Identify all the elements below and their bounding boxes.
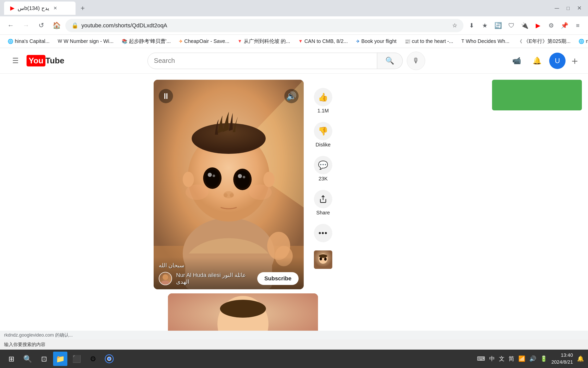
tray-volume-icon[interactable]: 🔊 xyxy=(529,355,536,362)
volume-btn[interactable]: 🔊 xyxy=(284,89,299,103)
extension-btn-6[interactable]: ⚙ xyxy=(545,19,557,32)
comments-icon: 💬 xyxy=(314,156,332,174)
extension-btn-5[interactable]: 🔌 xyxy=(519,19,531,32)
new-tab-btn[interactable]: + xyxy=(77,2,89,14)
create-video-btn[interactable]: 📹 xyxy=(508,53,525,69)
promo-banner[interactable] xyxy=(492,80,582,110)
back-btn[interactable]: ← xyxy=(4,19,17,32)
taskbar-clock[interactable]: 13:40 2024/8/21 xyxy=(551,352,573,365)
bookmark-1[interactable]: W W Number sign - Wi... xyxy=(54,37,117,45)
close-window-btn[interactable]: ✕ xyxy=(575,4,584,13)
subscribe-btn[interactable]: Subscribe xyxy=(257,272,299,285)
address-text: youtube.com/shorts/QdDLxdt2oqA xyxy=(81,22,449,29)
tray-chinese-ime[interactable]: 中 xyxy=(489,355,495,363)
search-input[interactable] xyxy=(154,57,371,65)
share-btn[interactable]: Share xyxy=(314,190,332,216)
bookmark-label-6: Book your flight xyxy=(361,38,397,44)
browser-status-bar: rkdndz.googlevideo.com 的确认... xyxy=(0,331,588,339)
reload-btn[interactable]: ↺ xyxy=(35,19,48,32)
voice-search-btn[interactable]: 🎙 xyxy=(407,52,425,70)
extension-btn-7[interactable]: 📌 xyxy=(558,19,571,32)
bookmark-10[interactable]: 🌐 nos.在你然英语词... xyxy=(575,37,588,46)
chrome-taskbar-btn[interactable] xyxy=(102,352,116,366)
file-explorer-btn[interactable]: 📁 xyxy=(53,352,67,366)
search-input-wrapper[interactable] xyxy=(148,53,377,69)
pause-btn[interactable]: ⏸ xyxy=(159,89,173,103)
address-bar[interactable]: 🔒 youtube.com/shorts/QdDLxdt2oqA ☆ xyxy=(65,19,463,32)
tray-language-icon[interactable]: 文 xyxy=(499,355,505,363)
user-avatar-btn[interactable]: U xyxy=(549,53,566,69)
bookmark-label-7: cut to the heart -... xyxy=(412,38,453,44)
next-video-thumb[interactable] xyxy=(314,250,332,269)
maximize-btn[interactable]: □ xyxy=(564,4,573,13)
video-controls-overlay: ⏸ 🔊 xyxy=(154,85,304,107)
extension-btn-4[interactable]: 🛡 xyxy=(505,19,518,32)
svg-point-30 xyxy=(319,254,327,258)
bookmark-favicon-0: 🌐 xyxy=(8,39,13,44)
hamburger-menu-btn[interactable]: ☰ xyxy=(8,54,22,68)
extension-btn-3[interactable]: 🔄 xyxy=(492,19,504,32)
extension-btn-1[interactable]: ⬇ xyxy=(465,19,478,32)
extension-btn-youtube[interactable]: ▶ xyxy=(532,19,544,32)
bookmark-favicon-5: ▼ xyxy=(298,39,303,44)
bookmark-5[interactable]: ▼ CAN to CMB, 8/2... xyxy=(295,37,351,45)
like-btn[interactable]: 👍 1.1M xyxy=(314,88,332,114)
terminal-btn[interactable]: ⬛ xyxy=(69,352,84,366)
comments-btn[interactable]: 💬 23K xyxy=(314,156,332,182)
more-btn[interactable]: ••• xyxy=(314,224,332,242)
tray-keyboard-icon[interactable]: ⌨ xyxy=(477,355,485,362)
shorts-feed: ⏸ 🔊 سبحان الله xyxy=(154,80,332,344)
bookmark-8[interactable]: T Who Decides Wh... xyxy=(458,37,513,45)
extension-btn-8[interactable]: ≡ xyxy=(572,19,584,32)
tray-notification-btn[interactable]: 🔔 xyxy=(577,355,584,362)
home-btn[interactable]: 🏠 xyxy=(50,19,63,32)
bookmark-4[interactable]: ▼ 从广州到科伦坡 的... xyxy=(234,37,294,46)
svg-point-15 xyxy=(243,176,245,178)
search-submit-btn[interactable]: 🔍 xyxy=(377,53,403,69)
tray-simplified-icon[interactable]: 简 xyxy=(509,355,514,363)
settings-btn[interactable]: ⚙ xyxy=(86,352,100,366)
svg-point-6 xyxy=(183,172,194,187)
svg-point-17 xyxy=(224,193,228,197)
svg-point-19 xyxy=(186,185,209,200)
start-btn[interactable]: ⊞ xyxy=(4,352,18,366)
bookmark-favicon-8: T xyxy=(461,39,464,44)
bookmark-9[interactable]: 《 《E年行》第025期... xyxy=(514,37,574,46)
bookmark-7[interactable]: 📰 cut to the heart -... xyxy=(401,37,457,45)
svg-point-38 xyxy=(108,357,111,360)
video-caption: سبحان الله xyxy=(159,262,299,269)
tab-bar: ▶ سbيدح (134) ✕ + ─ □ ✕ xyxy=(0,0,588,16)
lock-icon: 🔒 xyxy=(71,22,78,29)
dislike-btn[interactable]: 👎 Dislike xyxy=(314,122,332,148)
bookmark-2[interactable]: 📚 起步静考'蜂贝曹'... xyxy=(118,37,174,46)
bookmark-label-10: nos.在你然英语词... xyxy=(586,38,588,45)
search-taskbar-btn[interactable]: 🔍 xyxy=(20,352,35,366)
svg-point-35 xyxy=(220,300,266,318)
extension-btn-2[interactable]: ★ xyxy=(479,19,491,32)
clock-time: 13:40 xyxy=(561,352,573,359)
bookmark-6[interactable]: ✈ Book your flight xyxy=(352,37,400,45)
create-plus-btn[interactable]: ＋ xyxy=(570,54,580,68)
active-tab[interactable]: ▶ سbيدح (134) ✕ xyxy=(4,2,76,15)
bookmark-0[interactable]: 🌐 hina's Capital... xyxy=(4,37,53,45)
bookmark-favicon-9: 《 xyxy=(518,38,522,44)
bookmark-favicon-4: ▼ xyxy=(238,39,242,44)
tray-battery-icon[interactable]: 🔋 xyxy=(540,355,547,362)
tab-close-btn[interactable]: ✕ xyxy=(52,5,58,11)
minimize-btn[interactable]: ─ xyxy=(552,4,561,13)
task-view-btn[interactable]: ⊡ xyxy=(37,352,51,366)
svg-point-25 xyxy=(163,274,168,280)
yt-logo[interactable]: YouTube xyxy=(27,55,64,66)
bookmark-label-0: hina's Capital... xyxy=(15,38,50,44)
shorts-player[interactable]: ⏸ 🔊 سبحان الله xyxy=(154,80,304,289)
windows-taskbar: ⊞ 🔍 ⊡ 📁 ⬛ ⚙ ⌨ 中 文 简 📶 🔊 🔋 13:40 2024/8/2… xyxy=(0,350,588,368)
like-count: 1.1M xyxy=(317,108,329,114)
channel-avatar[interactable] xyxy=(159,272,172,285)
dislike-label: Dislike xyxy=(316,142,331,148)
bookmark-star-icon[interactable]: ☆ xyxy=(452,22,457,29)
forward-btn[interactable]: → xyxy=(19,19,33,32)
tray-network-icon[interactable]: 📶 xyxy=(518,355,525,362)
svg-point-31 xyxy=(320,257,322,260)
notification-bell-btn[interactable]: 🔔 xyxy=(529,53,545,69)
bookmark-3[interactable]: ✈ CheapOair - Save... xyxy=(175,37,233,45)
